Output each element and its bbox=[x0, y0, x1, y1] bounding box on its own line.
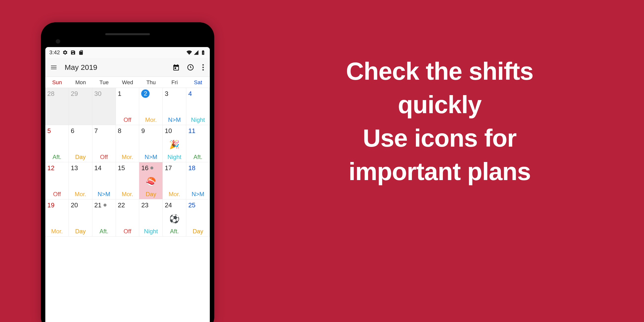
day-number: 15 bbox=[118, 164, 137, 172]
app-bar: May 2019 bbox=[45, 58, 210, 77]
calendar-cell[interactable]: 19Mor. bbox=[45, 200, 69, 236]
calendar-cell[interactable]: 21Aft. bbox=[92, 200, 116, 236]
day-number: 21 bbox=[94, 201, 114, 209]
calendar-cell[interactable]: 23Night bbox=[139, 200, 163, 236]
shift-label: Off bbox=[47, 191, 67, 198]
calendar-cell[interactable]: 9N>M bbox=[139, 125, 163, 162]
shift-label: Mor. bbox=[165, 191, 184, 198]
day-number: 20 bbox=[71, 201, 90, 209]
day-number: 5 bbox=[47, 126, 67, 135]
day-emoji bbox=[47, 135, 67, 154]
shift-label bbox=[47, 123, 67, 124]
shift-label: Mor. bbox=[118, 154, 137, 161]
day-number: 28 bbox=[47, 90, 67, 98]
day-emoji bbox=[94, 98, 114, 123]
calendar-cell[interactable]: 6Day bbox=[69, 125, 92, 162]
day-emoji bbox=[94, 209, 114, 228]
gear-icon bbox=[62, 50, 68, 55]
calendar-grid: 2829301Off2Mor.3N>M4Night5Aft.6Day7Off8M… bbox=[45, 88, 210, 322]
shift-label: Aft. bbox=[188, 154, 208, 161]
calendar-cell[interactable]: 20Day bbox=[69, 200, 92, 236]
dow-wed: Wed bbox=[116, 79, 140, 86]
calendar-cell[interactable]: 18N>M bbox=[186, 162, 210, 200]
calendar-cell[interactable]: 7Off bbox=[92, 125, 116, 162]
calendar-cell[interactable]: 2Mor. bbox=[139, 88, 163, 125]
shift-label: N>M bbox=[188, 191, 208, 198]
calendar-cell[interactable]: 3N>M bbox=[163, 88, 186, 125]
day-number: 6 bbox=[71, 126, 90, 135]
clock-button[interactable] bbox=[186, 62, 196, 72]
day-emoji bbox=[188, 135, 208, 154]
calendar-cell[interactable]: 30 bbox=[92, 88, 116, 125]
promo-line-3: Use icons for bbox=[250, 121, 629, 155]
promo-text: Check the shifts quickly Use icons for i… bbox=[250, 54, 629, 188]
day-number: 7 bbox=[94, 126, 114, 135]
shift-label: Mor. bbox=[47, 228, 67, 235]
day-number: 14 bbox=[94, 164, 114, 172]
cell-signal-icon bbox=[194, 50, 199, 55]
calendar-cell[interactable]: 29 bbox=[69, 88, 92, 125]
today-button[interactable] bbox=[171, 62, 181, 72]
event-dot-icon bbox=[104, 204, 106, 206]
calendar-cell[interactable]: 12Off bbox=[45, 162, 69, 200]
day-emoji bbox=[47, 172, 67, 191]
day-number: 22 bbox=[118, 201, 137, 209]
day-emoji bbox=[47, 98, 67, 123]
day-number: 10 bbox=[165, 126, 184, 135]
day-emoji bbox=[188, 98, 208, 116]
day-emoji bbox=[141, 135, 160, 154]
day-emoji bbox=[71, 135, 90, 154]
calendar-cell[interactable]: 11Aft. bbox=[186, 125, 210, 162]
calendar-cell[interactable]: 25Day bbox=[186, 200, 210, 236]
calendar-cell[interactable]: 10🎉Night bbox=[163, 125, 186, 162]
calendar-cell[interactable]: 15Mor. bbox=[116, 162, 140, 200]
phone-frame: 3:42 bbox=[41, 22, 214, 322]
dow-tue: Tue bbox=[92, 79, 116, 86]
day-emoji bbox=[94, 172, 114, 191]
shift-label: Aft. bbox=[165, 228, 184, 235]
day-number: 12 bbox=[47, 164, 67, 172]
appbar-title[interactable]: May 2019 bbox=[65, 63, 97, 72]
calendar-cell[interactable]: 14N>M bbox=[92, 162, 116, 200]
shift-label bbox=[94, 123, 114, 124]
today-badge: 2 bbox=[141, 90, 150, 98]
phone-speaker bbox=[105, 33, 150, 35]
wifi-icon bbox=[186, 50, 192, 55]
dow-fri: Fri bbox=[163, 79, 186, 86]
day-number: 16 bbox=[141, 164, 160, 172]
promo-line-4: important plans bbox=[250, 155, 629, 188]
calendar-cell[interactable]: 4Night bbox=[186, 88, 210, 125]
shift-label: Off bbox=[94, 154, 114, 161]
event-dot-icon bbox=[150, 166, 153, 170]
calendar-cell[interactable]: 16🍣Day bbox=[139, 162, 163, 200]
day-emoji: 🎉 bbox=[165, 135, 184, 154]
shift-label: N>M bbox=[141, 154, 160, 161]
shift-label: N>M bbox=[94, 191, 114, 198]
day-emoji bbox=[118, 135, 137, 154]
shift-label: Day bbox=[71, 228, 90, 235]
day-number: 19 bbox=[47, 201, 67, 209]
shift-label: N>M bbox=[165, 116, 184, 124]
day-emoji bbox=[188, 209, 208, 228]
calendar-cell[interactable]: 1Off bbox=[116, 88, 140, 125]
calendar-cell[interactable]: 22Off bbox=[116, 200, 140, 236]
calendar-cell[interactable]: 13Mor. bbox=[69, 162, 92, 200]
day-number: 8 bbox=[118, 126, 137, 135]
day-number: 30 bbox=[94, 90, 114, 98]
day-number: 9 bbox=[141, 126, 160, 135]
day-number: 13 bbox=[71, 164, 90, 172]
calendar-cell[interactable]: 5Aft. bbox=[45, 125, 69, 162]
calendar-cell[interactable]: 24⚽Aft. bbox=[163, 200, 186, 236]
calendar-cell[interactable]: 17Mor. bbox=[163, 162, 186, 200]
shift-label: Aft. bbox=[94, 228, 114, 235]
shift-label: Day bbox=[188, 228, 208, 235]
day-emoji: 🍣 bbox=[141, 172, 160, 191]
day-number: 24 bbox=[165, 201, 184, 209]
calendar-cell[interactable]: 28 bbox=[45, 88, 69, 125]
menu-button[interactable] bbox=[49, 62, 59, 72]
calendar-cell[interactable]: 8Mor. bbox=[116, 125, 140, 162]
phone-camera bbox=[56, 39, 60, 44]
overflow-menu-button[interactable] bbox=[200, 62, 206, 72]
day-number: 17 bbox=[165, 164, 184, 172]
day-emoji bbox=[118, 209, 137, 228]
